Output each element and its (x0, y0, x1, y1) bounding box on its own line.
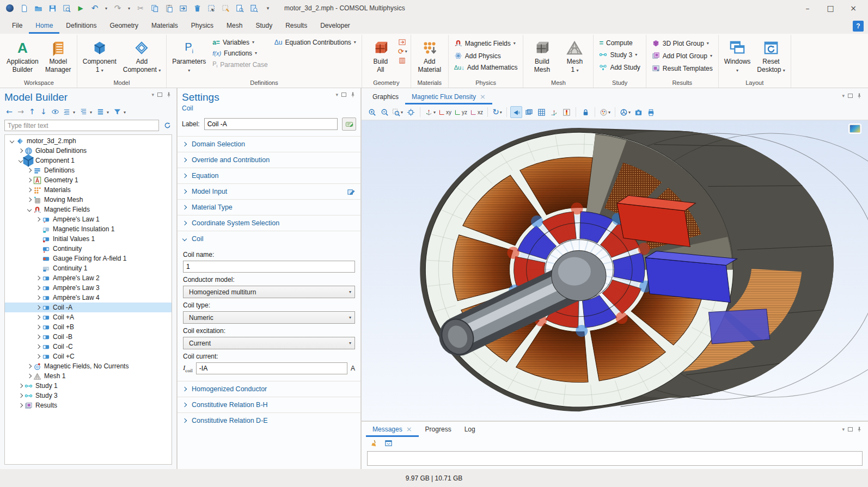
equation-contributions-button[interactable]: ΔuEquation Contributions▾ (272, 37, 358, 48)
lock-button[interactable] (579, 106, 591, 118)
preview-icon[interactable] (247, 2, 260, 14)
expander-icon[interactable] (34, 276, 41, 280)
tree-item-coil-b[interactable]: Coil -B (5, 332, 172, 342)
motor-3d-plot[interactable] (362, 120, 868, 421)
duplicate-icon[interactable] (176, 2, 190, 14)
expander-icon[interactable] (26, 188, 33, 192)
redo-icon[interactable]: ↷ (111, 2, 124, 14)
cut-icon[interactable]: ✂ (134, 2, 147, 14)
panel-menu-icon[interactable]: ▾ (842, 94, 845, 98)
clear-selection-icon[interactable] (219, 2, 232, 14)
tree-item-amp-re-s-law-2[interactable]: Ampère's Law 2 (5, 273, 172, 283)
tree-item-gauge-fixing-for-a-field-1[interactable]: Gauge Fixing for A-field 1 (5, 254, 172, 263)
expander-icon[interactable] (34, 316, 41, 319)
tree-item-amp-re-s-law-4[interactable]: Ampère's Law 4 (5, 293, 172, 303)
tree-item-coil-a[interactable]: Coil -A (5, 303, 172, 312)
windows-button[interactable]: Windows▾ (722, 37, 753, 75)
mesh-1-button[interactable]: Mesh1 ▾ (559, 37, 590, 75)
delete-icon[interactable] (191, 2, 204, 14)
section-model-input[interactable]: Model Input (178, 184, 360, 199)
expand-all-button[interactable] (78, 107, 88, 116)
expander-icon[interactable] (34, 345, 41, 348)
expander-icon[interactable] (26, 208, 33, 211)
tree-item-study-1[interactable]: Study 1 (5, 381, 172, 391)
tree-item-amp-re-s-law-1[interactable]: Ampère's Law 1 (5, 214, 172, 224)
tree-item-magnetic-fields-no-currents[interactable]: Magnetic Fields, No Currents (5, 361, 172, 371)
conductor-model-select[interactable]: Homogenized multiturn▾ (183, 286, 355, 298)
run-icon[interactable]: ▶ (74, 2, 87, 14)
expander-icon[interactable] (34, 355, 41, 358)
functions-button[interactable]: f(x)Functions▾ (210, 48, 270, 59)
zoom-in-button[interactable] (366, 106, 378, 118)
expander-icon[interactable] (34, 218, 41, 221)
forward-button[interactable]: → (16, 107, 26, 116)
add-mathematics-button[interactable]: Δu↓Add Mathematics (452, 62, 520, 73)
add-plot-group-button[interactable]: Add Plot Group▾ (650, 50, 715, 62)
messages-tab-progress[interactable]: Progress (419, 422, 458, 437)
transparency-button[interactable] (523, 106, 535, 118)
magnetic-fields-button[interactable]: Magnetic Fields▾ (452, 37, 520, 50)
reset-desktop-button[interactable]: ResetDesktop ▾ (755, 37, 787, 75)
tree-item-magnetic-fields[interactable]: Magnetic Fields (5, 205, 172, 214)
close-tab-icon[interactable]: × (480, 93, 486, 101)
rebuild-button[interactable]: ⟳▾ (398, 48, 407, 55)
virtual-operations-button[interactable] (398, 57, 407, 65)
study-3-button[interactable]: Study 3▾ (597, 48, 642, 61)
application-builder-button[interactable]: AApplicationBuilder (4, 37, 41, 75)
tree-item-coil-c[interactable]: Coil -C (5, 342, 172, 352)
go-to-view-button[interactable]: ▾ (424, 106, 437, 118)
select-box-icon[interactable] (205, 2, 218, 14)
find-icon[interactable] (233, 2, 246, 14)
tree-item-coil-a[interactable]: Coil +A (5, 312, 172, 322)
view-xz-button[interactable]: xz (469, 106, 484, 118)
tree-item-results[interactable]: Results (5, 400, 172, 410)
ribbon-tab-definitions[interactable]: Definitions (59, 19, 103, 34)
ribbon-tab-results[interactable]: Results (279, 19, 314, 34)
coil-name-input[interactable] (183, 261, 355, 273)
float-icon[interactable] (341, 93, 346, 97)
expander-icon[interactable] (34, 335, 41, 338)
update-button[interactable]: ▾ (619, 106, 632, 118)
tree-item-moving-mesh[interactable]: Moving Mesh (5, 195, 172, 205)
tree-item-component-1[interactable]: Component 1 (5, 156, 172, 165)
build-mesh-button[interactable]: BuildMesh (527, 37, 557, 75)
result-templates-button[interactable]: Result Templates (650, 62, 715, 75)
filter-button[interactable] (112, 107, 122, 116)
scene-light-button[interactable] (510, 106, 522, 118)
move-down-button[interactable]: ↓ (39, 107, 48, 116)
add-material-button[interactable]: AddMaterial (414, 37, 445, 75)
panel-menu-icon[interactable]: ▾ (335, 93, 338, 97)
copy-icon[interactable] (148, 2, 161, 14)
grid-button[interactable] (535, 106, 547, 118)
expander-icon[interactable] (26, 178, 33, 182)
model-tree-nodes-button[interactable] (95, 107, 105, 116)
graphics-tab-magnetic-flux-density[interactable]: Magnetic Flux Density× (405, 89, 492, 104)
expander-icon[interactable] (8, 139, 15, 143)
pin-icon[interactable] (166, 91, 172, 98)
save-icon[interactable] (46, 2, 59, 14)
section-constitutive-relation-d-e[interactable]: Constitutive Relation D-E (178, 413, 360, 428)
component-1-button[interactable]: Component1 ▾ (81, 37, 119, 75)
tree-item-geometry-1[interactable]: Geometry 1 (5, 175, 172, 185)
coil-type-select[interactable]: Numeric▾ (183, 311, 355, 324)
section-coordinate-system-selection[interactable]: Coordinate System Selection (178, 215, 360, 231)
undo-icon[interactable]: ↶ (88, 2, 101, 14)
tree-item-magnetic-insulation-1[interactable]: Magnetic Insulation 1 (5, 224, 172, 234)
section-coil[interactable]: Coil (178, 231, 360, 246)
coil-current-input[interactable] (196, 362, 347, 374)
tree-filter-input[interactable] (4, 120, 159, 131)
view-xy-button[interactable]: xy (437, 106, 453, 118)
plot-thumbnail-icon[interactable] (849, 125, 860, 133)
print-button[interactable] (645, 106, 657, 118)
expander-icon[interactable] (17, 404, 24, 407)
refresh-icon[interactable] (162, 121, 172, 131)
expander-icon[interactable] (26, 365, 33, 368)
tree-item-materials[interactable]: Materials (5, 185, 172, 195)
clear-messages-button[interactable] (367, 437, 379, 449)
build-all-button[interactable]: BuildAll (365, 37, 396, 75)
expander-icon[interactable] (17, 394, 24, 397)
section-equation[interactable]: Equation (178, 168, 360, 183)
float-icon[interactable] (848, 427, 853, 431)
tree-item-coil-b[interactable]: Coil +B (5, 322, 172, 332)
pin-icon[interactable] (350, 91, 356, 98)
